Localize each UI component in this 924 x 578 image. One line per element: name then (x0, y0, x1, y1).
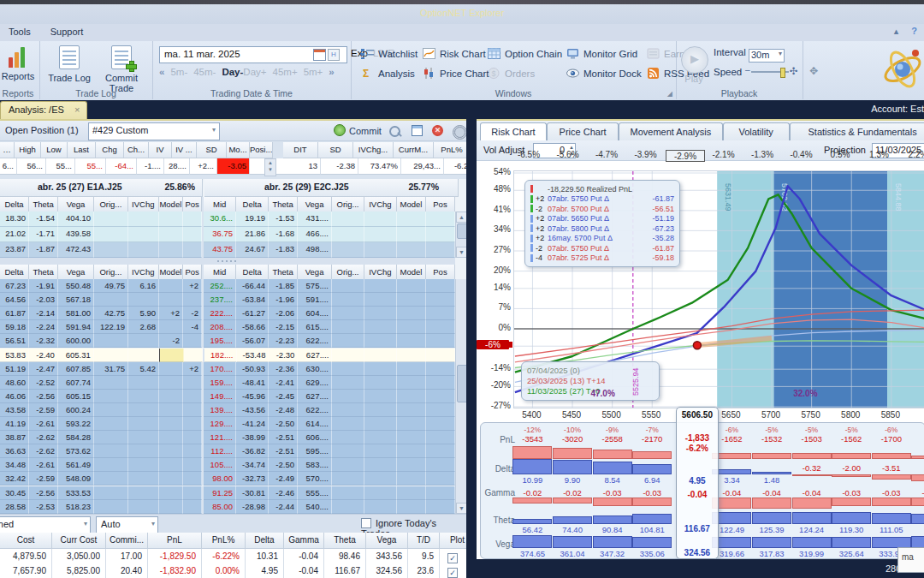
combined-dropdown[interactable]: Combined (0, 516, 91, 534)
windows-button-price-chart[interactable]: Price Chart (423, 65, 488, 81)
time-step-5mplus[interactable]: 5m+ (304, 67, 323, 77)
table-row[interactable]: 61.87-2.14581.0042.755.90+2-2222....-61.… (0, 307, 455, 320)
risk-chart-plot[interactable]: 5631.495702.625844.88-18,229.50 Realized… (513, 170, 924, 408)
panel-divider[interactable] (466, 119, 477, 578)
auto-dropdown[interactable]: Auto (96, 516, 158, 534)
table-row[interactable]: 21.02-1.71439.5836.7521.86-1.68466.... (0, 227, 455, 242)
column-header[interactable]: Low (41, 142, 68, 158)
column-header[interactable]: T/D (408, 533, 440, 549)
strategy-dropdown[interactable]: #429 Custom (88, 122, 220, 140)
column-header[interactable]: Plot (440, 533, 466, 549)
column-header[interactable]: CurrM... (394, 142, 434, 158)
commit-button[interactable]: Commit (334, 122, 382, 139)
gear-icon[interactable] (453, 125, 466, 141)
cell: 615.... (298, 320, 332, 334)
table-row[interactable]: 51.19-2.47607.8531.755.42+2170....-50.93… (0, 362, 455, 376)
expiration-header[interactable]: abr. 25 (27) E1A.J2525.86% (0, 179, 203, 197)
column-header[interactable]: Last (68, 142, 96, 158)
column-header[interactable]: IV (149, 142, 172, 158)
calendar-icon[interactable] (313, 49, 326, 61)
column-header[interactable]: Chg (96, 142, 124, 158)
column-header[interactable]: IV ... (172, 142, 197, 158)
table-row[interactable]: 46.06-2.56605.15149....-45.96-2.45627...… (0, 390, 455, 403)
windows-button-monitor-dock[interactable]: Monitor Dock (566, 65, 647, 81)
table-row[interactable]: 41.19-2.61593.22129....-41.24-2.50614...… (0, 417, 455, 431)
column-header[interactable]: Cost (0, 533, 52, 549)
table-row[interactable]: 59.18-2.24591.94122.192.68-4208....-58.6… (0, 320, 455, 334)
table-splitter[interactable] (0, 258, 455, 265)
table-row[interactable]: 53.83-2.40605.31182....-53.48-2.30627...… (0, 349, 455, 362)
play-button[interactable]: ▶ (681, 46, 708, 74)
column-header[interactable]: Ch... (124, 142, 149, 158)
step-back-fast-icon[interactable]: « (159, 67, 164, 77)
summary-row[interactable]: 7,657.905,825.0020.40-1,832.900.00%4.95-… (0, 563, 466, 578)
windows-button-monitor-grid[interactable]: Monitor Grid (566, 45, 647, 62)
table-row[interactable]: 28.58-2.53518.2385.00-28.98-2.44540.... (0, 500, 455, 514)
plot-checkbox[interactable]: ✓ (447, 553, 458, 563)
table-row[interactable]: 32.42-2.59548.0998.00-32.73-2.49570.... (0, 472, 455, 486)
reports-button[interactable]: Reports (0, 45, 39, 81)
table-row[interactable]: 30.45-2.56533.5391.25-30.81-2.46555.... (0, 486, 455, 500)
windows-button-option-chain[interactable]: Option Chain (488, 45, 566, 62)
speed-slider[interactable]: −✣ (744, 68, 797, 76)
ribbon-collapse-icon[interactable]: ▴ (894, 26, 899, 36)
windows-button-analysis[interactable]: ΣAnalysis (361, 65, 423, 81)
table-row[interactable]: 56.51-2.32600.00-2195....-56.07-2.23622.… (0, 334, 455, 348)
move-window-icon[interactable]: ✥ (809, 65, 818, 77)
column-header[interactable]: Theta (324, 533, 366, 549)
risk-chart[interactable]: 54%48%41%34%27%20%14%7%0%-6%-14%-20%-27%… (477, 160, 924, 422)
time-step-45mplus[interactable]: 45m+ (273, 67, 298, 77)
table-row[interactable]: 48.60-2.52607.74159....-48.41-2.41629...… (0, 376, 455, 390)
column-header[interactable]: SD (318, 142, 353, 158)
close-icon[interactable]: × (74, 104, 80, 115)
time-step-5mminus[interactable]: 5m- (170, 67, 187, 77)
column-header[interactable]: Curr Cost (52, 533, 106, 549)
dialog-launcher-icon[interactable]: ◢ (667, 90, 672, 98)
column-header[interactable]: … (0, 142, 15, 158)
column-header[interactable]: Commi... (106, 533, 148, 549)
table-row[interactable]: 64.56-2.03567.18237....-63.84-1.96591...… (0, 293, 455, 307)
column-header[interactable]: Vega (366, 533, 408, 549)
time-step-45mminus[interactable]: 45m- (193, 67, 216, 77)
trade-log-button[interactable]: Trade Log (44, 45, 94, 83)
column-header[interactable]: Mo... (227, 142, 250, 158)
scrollbar[interactable]: ▼ (455, 279, 466, 514)
table-row[interactable]: 67.23-1.91550.4849.756.16+2252....-66.44… (0, 279, 455, 293)
time-step-Dayminus[interactable]: Day- (222, 67, 243, 77)
export-grid-icon[interactable] (412, 125, 423, 138)
column-header[interactable]: PnL (148, 533, 202, 549)
column-header[interactable]: Delta (246, 533, 284, 549)
commit-trade-button[interactable]: Commit Trade (94, 45, 149, 93)
column-header[interactable]: High (15, 142, 41, 158)
menu-support[interactable]: Support (42, 24, 92, 37)
column-header[interactable]: SD (197, 142, 227, 158)
step-forward-fast-icon[interactable]: » (329, 67, 334, 77)
trading-date-input[interactable]: ma. 11 mar. 2025 H (159, 46, 347, 63)
time-icon[interactable]: H (328, 49, 340, 61)
column-header[interactable]: DIT (283, 142, 318, 158)
table-row[interactable]: 36.63-2.62573.62112....-36.82-2.51595...… (0, 444, 455, 458)
interval-select[interactable]: 30m (749, 49, 785, 63)
help-icon[interactable]: ? (911, 26, 917, 36)
column-header[interactable]: IVChg... (353, 142, 394, 158)
column-header[interactable]: PnL% (434, 142, 466, 158)
expiration-header[interactable]: abr. 25 (29) E2C.J2525.77% (204, 179, 459, 197)
time-step-Dayplus[interactable]: Day+ (243, 67, 266, 77)
table-row[interactable]: 18.30-1.54404.1030.6...19.19-1.53431.... (0, 212, 455, 227)
table-row[interactable]: 38.87-2.62584.28121....-38.99-2.51606...… (0, 431, 455, 444)
table-row[interactable]: 34.48-2.61561.49105....-34.74-2.50583...… (0, 458, 455, 472)
windows-button-watchlist[interactable]: Watchlist (361, 45, 423, 62)
column-header[interactable]: Gamma (284, 533, 324, 549)
delete-icon[interactable]: ✕ (432, 124, 443, 136)
search-icon[interactable] (389, 126, 400, 139)
column-header[interactable]: Posi... (250, 142, 273, 158)
plot-checkbox[interactable]: ✓ (447, 568, 458, 578)
summary-row[interactable]: 4,879.503,050.0017.00-1,829.50-6.22%10.3… (0, 549, 466, 564)
quote-spinner[interactable]: ▲ ▼ (264, 158, 276, 176)
table-row[interactable]: 43.58-2.59600.24139....-43.56-2.48622...… (0, 403, 455, 417)
scrollbar[interactable]: ▲▼ (455, 212, 466, 258)
table-row[interactable]: 23.87-1.87472.4343.7524.67-1.83498.... (0, 242, 455, 258)
column-header[interactable]: PnL% (202, 533, 246, 549)
menu-tools[interactable]: Tools (0, 24, 39, 37)
windows-button-risk-chart[interactable]: Risk Chart (423, 45, 488, 62)
